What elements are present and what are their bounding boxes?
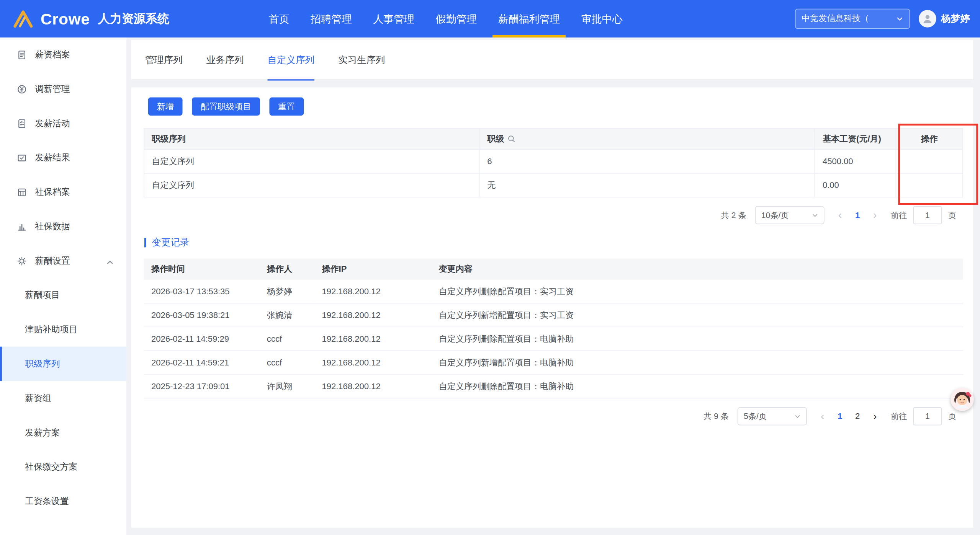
tab-business-series[interactable]: 业务序列 bbox=[206, 40, 244, 79]
search-icon[interactable] bbox=[507, 135, 515, 143]
col-header-operator: 操作人 bbox=[259, 259, 314, 280]
sidebar-item-label: 调薪管理 bbox=[35, 83, 70, 95]
sidebar-subitem-payroll-plan[interactable]: 发薪方案 bbox=[0, 415, 126, 450]
section-accent-bar bbox=[144, 238, 146, 247]
sidebar-item-label: 社保数据 bbox=[35, 221, 70, 232]
sidebar-subitem-salary-group[interactable]: 薪资组 bbox=[0, 381, 126, 416]
sidebar-subitem-rank-series[interactable]: 职级序列 bbox=[0, 347, 126, 381]
page-button-1[interactable]: 1 bbox=[833, 408, 847, 425]
goto-page-input[interactable] bbox=[913, 407, 942, 425]
goto-page-input[interactable] bbox=[913, 206, 942, 224]
total-count-label: 共 2 条 bbox=[721, 210, 746, 221]
col-header-rank: 职级 bbox=[479, 128, 815, 149]
nav-item-attendance[interactable]: 假勤管理 bbox=[425, 0, 488, 38]
company-selector[interactable]: 中竞发信息科技（ bbox=[795, 9, 910, 29]
page-size-select[interactable]: 10条/页 bbox=[755, 206, 824, 224]
cell-actions bbox=[896, 173, 963, 197]
assistant-avatar[interactable] bbox=[951, 388, 973, 411]
bar-chart-icon bbox=[17, 222, 27, 232]
sidebar-item-payroll-activity[interactable]: 发薪活动 bbox=[0, 106, 126, 140]
log-table-header-row: 操作时间 操作人 操作IP 变更内容 bbox=[144, 259, 963, 280]
gear-icon bbox=[17, 256, 27, 266]
sidebar-item-social-data[interactable]: 社保数据 bbox=[0, 209, 126, 244]
sidebar-item-salary-archive[interactable]: 薪资档案 bbox=[0, 38, 126, 72]
sidebar-subitem-payslip-settings[interactable]: 工资条设置 bbox=[0, 484, 126, 519]
cell-op-time: 2026-03-05 19:38:21 bbox=[144, 303, 259, 327]
nav-item-approval[interactable]: 审批中心 bbox=[571, 0, 633, 38]
cell-operator: cccf bbox=[259, 327, 314, 351]
tab-management-series[interactable]: 管理序列 bbox=[145, 40, 183, 79]
col-header-rank-label: 职级 bbox=[487, 133, 504, 144]
next-page-button[interactable]: › bbox=[868, 207, 882, 223]
sidebar-subitem-salary-items[interactable]: 薪酬项目 bbox=[0, 278, 126, 312]
section-title-text: 变更记录 bbox=[152, 237, 190, 249]
change-log-table: 操作时间 操作人 操作IP 变更内容 2026-03-17 13:53:35 杨… bbox=[144, 259, 963, 399]
col-header-op-time: 操作时间 bbox=[144, 259, 259, 280]
brand: Crowe 人力资源系统 bbox=[13, 0, 169, 38]
sidebar-item-social-archive[interactable]: 社保档案 bbox=[0, 175, 126, 209]
add-button[interactable]: 新增 bbox=[148, 98, 183, 116]
sidebar-item-payroll-result[interactable]: 发薪结果 bbox=[0, 140, 126, 175]
girl-avatar-icon bbox=[951, 388, 973, 411]
rank-series-table: 职级序列 职级 基本工资(元/月) 操作 bbox=[144, 128, 963, 197]
sidebar-item-salary-adjust[interactable]: 调薪管理 bbox=[0, 72, 126, 106]
cell-op-ip: 192.168.200.12 bbox=[314, 303, 431, 327]
cell-op-ip: 192.168.200.12 bbox=[314, 374, 431, 398]
prev-page-button[interactable]: ‹ bbox=[833, 207, 847, 223]
nav-item-recruitment[interactable]: 招聘管理 bbox=[300, 0, 362, 38]
cell-change-content: 自定义序列删除配置项目：实习工资 bbox=[431, 280, 963, 303]
col-header-change-content: 变更内容 bbox=[431, 259, 963, 280]
cell-series: 自定义序列 bbox=[144, 150, 479, 173]
tab-custom-series[interactable]: 自定义序列 bbox=[268, 40, 314, 80]
cell-actions bbox=[896, 150, 963, 173]
chevron-up-icon bbox=[106, 259, 114, 266]
cell-operator: 张婉清 bbox=[259, 303, 314, 327]
table-row: 自定义序列 6 4500.00 bbox=[144, 150, 963, 173]
checklist-icon bbox=[17, 118, 27, 128]
col-header-rank-series: 职级序列 bbox=[144, 128, 479, 149]
log-row: 2025-12-23 17:09:01 许凤翔 192.168.200.12 自… bbox=[144, 374, 963, 398]
configure-rank-items-button[interactable]: 配置职级项目 bbox=[192, 98, 260, 116]
mail-check-icon bbox=[17, 153, 27, 163]
page-button-2[interactable]: 2 bbox=[851, 408, 864, 425]
file-icon bbox=[17, 50, 27, 60]
user-menu[interactable]: 杨梦婷 bbox=[918, 10, 970, 28]
prev-page-button[interactable]: ‹ bbox=[816, 408, 829, 425]
sidebar-subitem-allowance-items[interactable]: 津贴补助项目 bbox=[0, 312, 126, 347]
cell-operator: 杨梦婷 bbox=[259, 280, 314, 303]
sidebar-subitem-social-payment-plan[interactable]: 社保缴交方案 bbox=[0, 450, 126, 484]
nav-item-compensation[interactable]: 薪酬福利管理 bbox=[488, 0, 571, 38]
person-icon bbox=[921, 13, 933, 24]
tab-intern-series[interactable]: 实习生序列 bbox=[338, 40, 385, 79]
next-page-button[interactable]: › bbox=[868, 408, 882, 425]
rank-table-pagination: 共 2 条 10条/页 ‹ 1 › 前往 页 bbox=[131, 206, 956, 224]
cell-change-content: 自定义序列删除配置项目：电脑补助 bbox=[431, 374, 963, 398]
reset-button[interactable]: 重置 bbox=[269, 98, 304, 116]
cell-rank: 6 bbox=[479, 150, 815, 173]
main-area: 管理序列 业务序列 自定义序列 实习生序列 新增 配置职级项目 重置 职级序列 bbox=[126, 38, 980, 535]
tabs-card: 管理序列 业务序列 自定义序列 实习生序列 bbox=[131, 40, 973, 80]
page-button-1[interactable]: 1 bbox=[851, 207, 864, 223]
nav-item-personnel[interactable]: 人事管理 bbox=[363, 0, 425, 38]
series-tabs: 管理序列 业务序列 自定义序列 实习生序列 bbox=[131, 40, 973, 80]
page-size-select[interactable]: 5条/页 bbox=[738, 407, 807, 425]
chevron-down-icon bbox=[896, 15, 903, 22]
cell-salary: 4500.00 bbox=[815, 150, 896, 173]
rank-table-header-row: 职级序列 职级 基本工资(元/月) 操作 bbox=[144, 128, 963, 149]
content-card: 新增 配置职级项目 重置 职级序列 职级 bbox=[131, 87, 973, 528]
coin-yen-icon bbox=[17, 84, 27, 94]
grid-icon bbox=[17, 187, 27, 197]
cell-op-ip: 192.168.200.12 bbox=[314, 280, 431, 303]
page-size-value: 10条/页 bbox=[761, 210, 789, 221]
nav-item-home[interactable]: 首页 bbox=[258, 0, 300, 38]
sidebar-item-salary-settings[interactable]: 薪酬设置 bbox=[0, 243, 126, 278]
user-name: 杨梦婷 bbox=[941, 12, 970, 25]
cell-operator: cccf bbox=[259, 351, 314, 374]
crowe-logo-icon bbox=[13, 9, 35, 28]
cell-rank: 无 bbox=[479, 173, 815, 197]
cell-op-time: 2026-02-11 14:59:21 bbox=[144, 351, 259, 374]
navbar-right: 中竞发信息科技（ 杨梦婷 bbox=[795, 0, 970, 38]
sidebar-item-label: 薪资档案 bbox=[35, 49, 70, 60]
sidebar: 薪资档案 调薪管理 发薪活动 发薪结果 bbox=[0, 38, 126, 535]
table-row: 自定义序列 无 0.00 bbox=[144, 173, 963, 197]
